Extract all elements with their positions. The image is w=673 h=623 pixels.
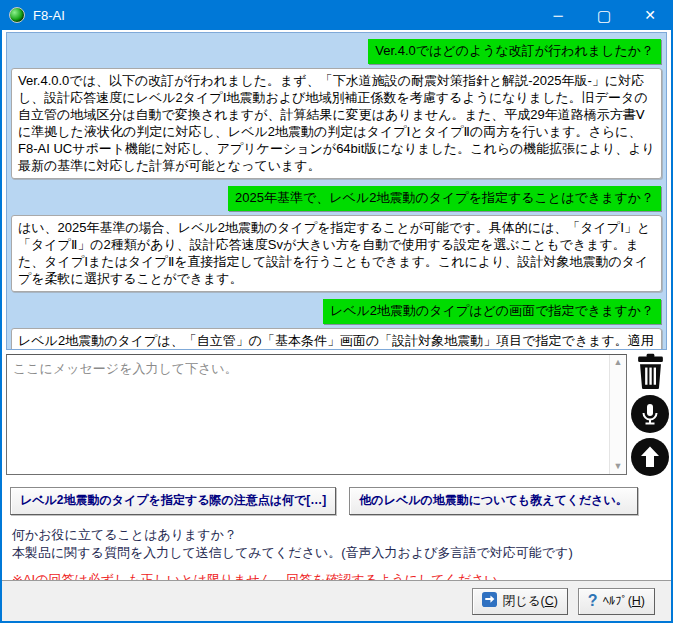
help-text: 何かお役に立てることはありますか？ 本製品に関する質問を入力して送信してみてくだ…	[12, 526, 667, 562]
trash-icon	[634, 353, 667, 393]
minimize-icon: ─	[553, 9, 562, 22]
maximize-button[interactable]: ▢	[581, 0, 627, 30]
chat-history: Ver.4.0ではどのような改訂が行われましたか？ Ver.4.0.0では、以下…	[6, 32, 667, 350]
scroll-down-icon[interactable]: ▼	[614, 462, 623, 471]
message-input-container: ▲ ▼	[6, 354, 627, 475]
close-window-button[interactable]: ✕	[627, 0, 673, 30]
user-question-bubble: 2025年基準で、レベル2地震動のタイプを指定することはできますか？	[228, 186, 661, 211]
close-icon: ✕	[644, 8, 656, 22]
suggested-question-button-2[interactable]: 他のレベルの地震動についても教えてください。	[349, 487, 638, 515]
user-question-bubble: レベル2地震動のタイプはどの画面で指定できますか？	[323, 299, 661, 324]
message-input[interactable]	[7, 355, 609, 474]
app-icon	[9, 7, 25, 23]
scroll-up-icon[interactable]: ▲	[614, 358, 623, 367]
ai-answer-box: Ver.4.0.0では、以下の改訂が行われました。まず、「下水道施設の耐震対策指…	[11, 68, 662, 179]
window-title: F8-AI	[33, 8, 65, 23]
help-line-1: 何かお役に立てることはありますか？	[12, 526, 667, 544]
close-dialog-button[interactable]: 閉じる(C)	[472, 588, 567, 615]
ai-answer-box: はい、2025年基準の場合、レベル2地震動のタイプを指定することが可能です。具体…	[11, 215, 662, 292]
user-question-bubble: Ver.4.0ではどのような改訂が行われましたか？	[368, 39, 661, 64]
textarea-scrollbar[interactable]: ▲ ▼	[609, 355, 626, 474]
help-button-label: ﾍﾙﾌﾟ(H)	[603, 594, 645, 608]
exit-arrow-icon	[482, 592, 497, 610]
footer-bar: 閉じる(C) ? ﾍﾙﾌﾟ(H)	[2, 580, 671, 621]
app-window: F8-AI ─ ▢ ✕ Ver.4.0ではどのような改訂が行われましたか？ Ve…	[0, 0, 673, 623]
titlebar[interactable]: F8-AI ─ ▢ ✕	[0, 0, 673, 30]
help-button[interactable]: ? ﾍﾙﾌﾟ(H)	[578, 588, 655, 615]
minimize-button[interactable]: ─	[535, 0, 581, 30]
close-dialog-label: 閉じる(C)	[502, 593, 557, 610]
maximize-icon: ▢	[597, 8, 611, 23]
clear-messages-button[interactable]	[631, 354, 669, 392]
send-message-button[interactable]	[631, 440, 669, 478]
help-line-2: 本製品に関する質問を入力して送信してみてください。(音声入力および多言語で対応可…	[12, 544, 667, 562]
arrow-up-icon	[631, 438, 669, 480]
question-mark-icon: ?	[588, 592, 598, 610]
microphone-icon	[631, 395, 669, 437]
voice-input-button[interactable]	[631, 397, 669, 435]
suggested-question-button-1[interactable]: レベル2地震動のタイプを指定する際の注意点は何で[…]	[10, 487, 336, 515]
ai-answer-box: レベル2地震動のタイプは、「自立管」の「基本条件」画面の「設計対象地震動」項目で…	[11, 328, 662, 350]
